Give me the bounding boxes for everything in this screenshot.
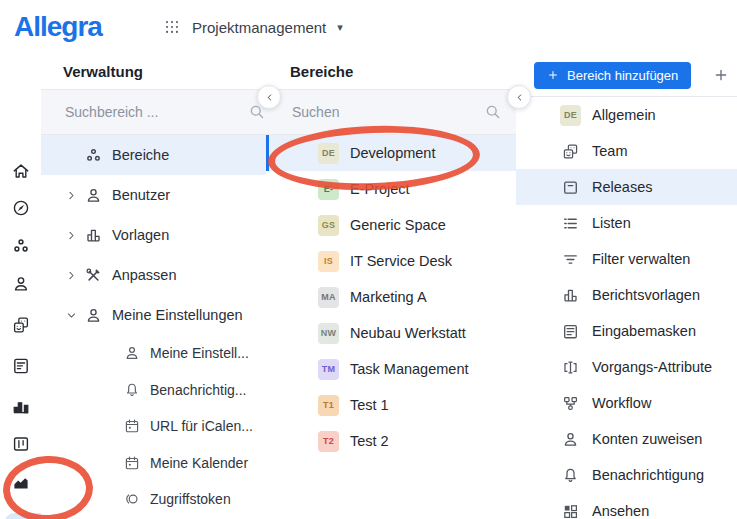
sidebar-item-zugriffstoken[interactable]: Zugriffstoken xyxy=(41,481,266,518)
detail-item-filter-verwalten[interactable]: Filter verwalten xyxy=(516,241,737,277)
box-icon xyxy=(561,178,580,197)
admin-search-input[interactable] xyxy=(63,103,248,121)
detail-item-benachrichtigung[interactable]: Benachrichtigung xyxy=(516,457,737,493)
spaces-search-input[interactable] xyxy=(290,103,484,121)
space-item-it-service-desk[interactable]: IS IT Service Desk xyxy=(266,243,516,279)
space-item-label: Test 2 xyxy=(350,433,389,449)
detail-item-eingabemasken[interactable]: Eingabemasken xyxy=(516,313,737,349)
detail-item-berichtsvorlagen[interactable]: Berichtsvorlagen xyxy=(516,277,737,313)
kanban-board-icon xyxy=(11,434,31,454)
rail-item-users[interactable] xyxy=(0,274,41,294)
chevron-left-icon xyxy=(264,92,275,103)
calendar-icon xyxy=(123,454,141,472)
sidebar-item-url-icalendar[interactable]: URL für iCalen... xyxy=(41,408,266,445)
space-item-test-2[interactable]: T2 Test 2 xyxy=(266,423,516,459)
detail-item-listen[interactable]: Listen xyxy=(516,205,737,241)
app-grid-icon xyxy=(163,18,181,36)
detail-item-workflow[interactable]: Workflow xyxy=(516,385,737,421)
space-item-label: E-Project xyxy=(350,181,410,197)
detail-item-label: Vorgangs-Attribute xyxy=(592,359,712,375)
space-item-label: Generic Space xyxy=(350,217,446,233)
rail-item-team[interactable] xyxy=(0,315,41,335)
admin-panel: Verwaltung Bereiche Benutzer Vorlagen An… xyxy=(41,54,267,519)
space-item-task-management[interactable]: TM Task Management xyxy=(266,351,516,387)
detail-item-vorgangs-attribute[interactable]: Vorgangs-Attribute xyxy=(516,349,737,385)
detail-item-label: Konten zuweisen xyxy=(592,431,702,447)
detail-item-label: Ansehen xyxy=(592,503,649,519)
tools-icon xyxy=(84,266,103,285)
add-icon[interactable] xyxy=(713,67,729,83)
space-item-e-project[interactable]: E- E-Project xyxy=(266,171,516,207)
add-space-button[interactable]: Bereich hinzufügen xyxy=(534,62,691,89)
space-avatar: T1 xyxy=(318,395,339,416)
detail-item-label: Team xyxy=(592,143,627,159)
space-avatar: NW xyxy=(318,323,339,344)
sidebar-item-vorlagen[interactable]: Vorlagen xyxy=(41,215,266,255)
sidebar-item-benutzer[interactable]: Benutzer xyxy=(41,175,266,215)
spaces-panel: Bereiche DE Development E- E-Project GS … xyxy=(266,54,517,519)
settings-active-highlight xyxy=(5,513,41,519)
collapse-spaces-panel-button[interactable] xyxy=(507,85,531,109)
chevron-down-icon: ▾ xyxy=(337,21,343,34)
chevron-right-icon[interactable] xyxy=(65,188,84,202)
sidebar-item-label: Anpassen xyxy=(112,267,177,283)
detail-item-konten-zuweisen[interactable]: Konten zuweisen xyxy=(516,421,737,457)
home-icon xyxy=(11,161,31,181)
sidebar-item-label: Benutzer xyxy=(112,187,170,203)
spaces-dots-icon xyxy=(84,146,103,165)
space-item-test-1[interactable]: T1 Test 1 xyxy=(266,387,516,423)
space-item-generic-space[interactable]: GS Generic Space xyxy=(266,207,516,243)
report-document-icon xyxy=(11,356,31,376)
space-item-label: Marketing A xyxy=(350,289,427,305)
chevron-down-icon[interactable] xyxy=(65,308,84,322)
add-space-button-label: Bereich hinzufügen xyxy=(567,68,678,83)
sidebar-item-label: Meine Einstell... xyxy=(150,345,249,361)
rail-item-trends[interactable] xyxy=(0,472,41,492)
rail-item-home[interactable] xyxy=(0,161,41,181)
collapse-admin-panel-button[interactable] xyxy=(257,85,281,109)
space-item-neubau-werkstatt[interactable]: NW Neubau Werkstatt xyxy=(266,315,516,351)
detail-item-allgemein[interactable]: DE Allgemein xyxy=(516,97,737,133)
sidebar-item-label: Zugriffstoken xyxy=(150,491,231,507)
bar-chart-icon xyxy=(11,396,31,416)
detail-item-label: Berichtsvorlagen xyxy=(592,287,700,303)
text-field-icon xyxy=(561,358,580,377)
detail-item-label: Releases xyxy=(592,179,652,195)
detail-item-team[interactable]: Team xyxy=(516,133,737,169)
space-detail-panel: Bereich hinzufügen DE Allgemein Team Rel… xyxy=(516,54,737,519)
sidebar-item-label: Bereiche xyxy=(112,147,169,163)
rail-item-statistics[interactable] xyxy=(0,396,41,416)
rail-item-board[interactable] xyxy=(0,434,41,454)
app-header: Allegra Projektmanagement ▾ xyxy=(0,0,737,55)
space-item-label: Development xyxy=(350,145,435,161)
team-masks-icon xyxy=(11,315,31,335)
detail-item-label: Listen xyxy=(592,215,631,231)
sidebar-item-meine-einstell[interactable]: Meine Einstell... xyxy=(41,335,266,372)
spaces-search-row xyxy=(266,90,516,135)
rail-item-reports[interactable] xyxy=(0,356,41,376)
icon-rail xyxy=(0,54,42,519)
spaces-dots-icon xyxy=(11,236,31,256)
search-icon xyxy=(484,103,502,121)
sidebar-item-anpassen[interactable]: Anpassen xyxy=(41,255,266,295)
user-icon xyxy=(123,344,141,362)
chevron-right-icon[interactable] xyxy=(65,228,84,242)
chevron-spacer xyxy=(65,148,84,162)
column-chart-icon xyxy=(84,226,103,245)
detail-item-label: Benachrichtigung xyxy=(592,467,704,483)
detail-item-releases[interactable]: Releases xyxy=(516,169,737,205)
rail-item-explore[interactable] xyxy=(0,198,41,218)
chevron-right-icon[interactable] xyxy=(65,268,84,282)
user-icon xyxy=(11,274,31,294)
workspace-switcher[interactable]: Projektmanagement ▾ xyxy=(163,0,343,54)
spaces-panel-title: Bereiche xyxy=(266,54,516,90)
rail-item-spaces[interactable] xyxy=(0,236,41,256)
sidebar-item-meine-kalender[interactable]: Meine Kalender xyxy=(41,445,266,482)
sidebar-item-meine-einstellungen[interactable]: Meine Einstellungen xyxy=(41,295,266,335)
detail-item-ansehen[interactable]: Ansehen xyxy=(516,493,737,519)
space-item-development[interactable]: DE Development xyxy=(266,135,516,171)
sidebar-item-bereiche[interactable]: Bereiche xyxy=(41,135,266,175)
space-item-marketing-a[interactable]: MA Marketing A xyxy=(266,279,516,315)
sidebar-item-benachrichtigung[interactable]: Benachrichtig... xyxy=(41,372,266,409)
space-item-label: Test 1 xyxy=(350,397,389,413)
